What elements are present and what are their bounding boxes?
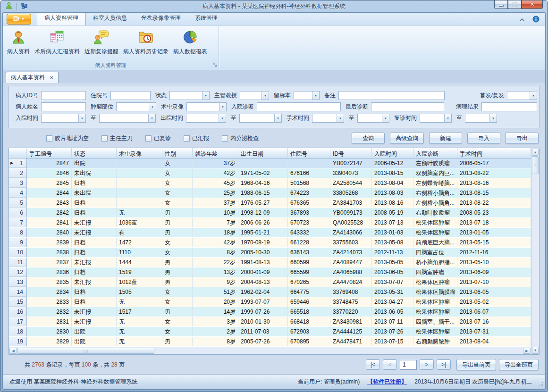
filter-input-备注[interactable] <box>338 91 445 100</box>
filter-input-病人姓名[interactable] <box>41 102 86 111</box>
dropdown-arrow-icon[interactable]: ▼ <box>148 114 155 122</box>
column-header[interactable]: ID号 <box>330 148 372 158</box>
filter-combo-至[interactable]: ▼ <box>465 114 497 123</box>
table-row-18[interactable]: 182830出院无女2岁2011-07-03672903ZA4444125201… <box>9 327 531 337</box>
software-registered-link[interactable]: 【软件已注册】 <box>367 378 407 386</box>
app-icon[interactable] <box>5 2 13 11</box>
close-button[interactable]: ✕ <box>522 0 543 9</box>
history-record-button[interactable]: 病人资料历史记录 <box>121 28 171 57</box>
table-row-9[interactable]: 92839归档1472女42岁1970-08-19661228337556032… <box>9 238 531 248</box>
table-row-1[interactable]: ▶12847出院女37岁YB00721472006-05-12左额叶胶质瘤200… <box>9 158 531 168</box>
table-row-14[interactable]: 142834归档1505女51岁1962-02-0466477533769408… <box>9 287 531 297</box>
dropdown-arrow-icon[interactable]: ▼ <box>219 103 226 111</box>
horizontal-scrollbar[interactable]: ◀ |||| ▶ <box>9 347 531 354</box>
export-button[interactable]: 导出 <box>506 133 539 144</box>
filter-checkbox-2[interactable]: 主任主刀 <box>101 134 133 142</box>
next-page-button[interactable]: > <box>420 359 434 370</box>
filter-checkbox-3[interactable]: 已复诊 <box>145 134 171 142</box>
column-header[interactable] <box>9 148 27 158</box>
table-row-10[interactable]: 102838归档1110女8岁2005-10-30636143ZA4214073… <box>9 248 531 258</box>
filter-checkbox-1[interactable]: 胶片地址为空 <box>46 134 89 142</box>
horizontal-scroll-thumb[interactable]: |||| <box>17 348 154 354</box>
column-header[interactable]: 出生日期 <box>238 148 288 158</box>
dropdown-arrow-icon[interactable]: ▼ <box>489 114 497 122</box>
dropdown-arrow-icon[interactable]: ▼ <box>78 114 85 122</box>
filter-combo-复诊时间[interactable]: ▼ <box>420 114 452 123</box>
tab-system-management[interactable]: 系统管理 <box>188 12 225 25</box>
column-header[interactable]: 入院时间 <box>372 148 413 158</box>
tab-disc-tape-management[interactable]: 光盘录像带管理 <box>134 12 188 25</box>
filter-combo-至[interactable]: ▼ <box>99 114 156 123</box>
table-row-12[interactable]: 122836归档1519男13岁2000-01-09665599ZA406598… <box>9 267 531 277</box>
prev-page-button[interactable]: < <box>383 359 397 370</box>
vertical-scroll-thumb[interactable]: ≡ <box>532 156 539 174</box>
filter-combo-主管教授[interactable]: ▼ <box>240 91 269 100</box>
column-header[interactable]: 手工编号 <box>27 148 72 158</box>
tab-patient-management[interactable]: 病人资料管理 <box>37 12 86 25</box>
dropdown-arrow-icon[interactable]: ▼ <box>219 114 226 122</box>
table-row-8[interactable]: 82840未汇报有男18岁1995-01-21643332ZA414306620… <box>9 228 531 238</box>
post-op-report-button[interactable]: 术后病人汇报资料 <box>32 28 82 57</box>
export-all-pages-button[interactable]: 导出全部页 <box>499 359 539 370</box>
collapse-ribbon-chevron-icon[interactable] <box>519 17 525 23</box>
table-row-15[interactable]: 152833归档无女20岁1993-07-0765944633748475201… <box>9 297 531 307</box>
export-current-page-button[interactable]: 导出当前页 <box>456 359 496 370</box>
tab-patient-basic-info[interactable]: 病人基本资料 ✕ <box>6 72 59 83</box>
dropdown-arrow-icon[interactable]: ▼ <box>337 114 344 122</box>
filter-combo-手术时间[interactable]: ▼ <box>312 114 344 123</box>
import-button[interactable]: 导入 <box>467 133 500 144</box>
filter-combo-首发/复发[interactable]: ▼ <box>507 91 537 100</box>
layout-grid-icon[interactable] <box>21 2 28 11</box>
resize-grip-icon[interactable] <box>539 381 544 388</box>
column-header[interactable]: 性别 <box>162 148 193 158</box>
filter-input-病理结果[interactable] <box>481 102 537 111</box>
filter-input-入院诊断[interactable] <box>257 102 341 111</box>
scroll-left-icon[interactable]: ◀ <box>9 348 17 354</box>
column-header[interactable]: 住院号 <box>288 148 330 158</box>
dropdown-arrow-icon[interactable]: ▼ <box>312 92 319 100</box>
info-icon[interactable] <box>532 16 540 24</box>
minimize-button[interactable] <box>494 0 508 9</box>
filter-checkbox-5[interactable]: 内分泌检查 <box>222 134 259 142</box>
scroll-up-icon[interactable]: ▲ <box>532 149 539 156</box>
scroll-down-icon[interactable]: ▼ <box>532 347 539 354</box>
vertical-scroll-track[interactable] <box>531 174 539 346</box>
table-row-2[interactable]: 22846未出院女42岁1971-05-02676166339040732013… <box>9 168 531 178</box>
patient-info-button[interactable]: 病人资料 <box>5 28 32 57</box>
table-row-19[interactable]: 192829出院无男8岁2005-07-26670895ZA4478471201… <box>9 337 531 347</box>
table-row-13[interactable]: 132835未汇报1012蓝男9岁2004-08-13670265ZA44708… <box>9 277 531 287</box>
last-page-button[interactable]: >| <box>437 359 451 370</box>
table-row-4[interactable]: 42844未出院女25岁1988-06-15674223338052682013… <box>9 188 531 198</box>
table-row-3[interactable]: 32845归档女45岁1968-04-16501568ZA25805442013… <box>9 178 531 188</box>
dropdown-arrow-icon[interactable]: ▼ <box>530 92 537 100</box>
tab-close-icon[interactable]: ✕ <box>50 75 53 80</box>
vertical-scrollbar[interactable]: ▲ ≡ ▼ <box>531 148 539 354</box>
column-header[interactable]: 术中录像 <box>117 148 162 158</box>
filter-combo-出院时间[interactable]: ▼ <box>186 114 226 123</box>
data-report-button[interactable]: 病人数据报表 <box>171 28 210 57</box>
dropdown-arrow-icon[interactable]: ▼ <box>202 92 209 100</box>
advanced-query-button[interactable]: 高级查询 <box>390 133 424 144</box>
filter-input-病人ID号[interactable] <box>41 91 86 100</box>
filter-combo-至[interactable]: ▼ <box>239 114 282 123</box>
column-header[interactable]: 入院诊断 <box>413 148 457 158</box>
application-menu-button[interactable]: ▼ <box>7 14 31 25</box>
column-header[interactable]: 就诊年龄 <box>193 148 238 158</box>
query-button[interactable]: 查询 <box>352 133 385 144</box>
revisit-reminder-button[interactable]: 近期复诊提醒 <box>82 28 121 57</box>
table-row-5[interactable]: 52843归档女37岁1976-05-27676365ZA38417032013… <box>9 198 531 208</box>
table-row-7[interactable]: 72841未汇报1036蓝男7岁2006-06-26670723QA002552… <box>9 218 531 228</box>
filter-input-最后诊断[interactable] <box>371 102 444 111</box>
page-number-input[interactable] <box>400 360 417 370</box>
maximize-button[interactable] <box>508 0 522 9</box>
filter-combo-至[interactable]: ▼ <box>357 114 389 123</box>
tab-department-staff[interactable]: 科室人员信息 <box>86 12 134 25</box>
column-header[interactable]: 手术时间 <box>457 148 531 158</box>
table-row-11[interactable]: 112837未汇报1444男22岁1991-08-13660599ZA40894… <box>9 258 531 267</box>
horizontal-scroll-track[interactable] <box>154 347 523 354</box>
dialog-launcher-icon[interactable] <box>213 62 217 68</box>
table-row-6[interactable]: 62842归档无男10岁1998-12-09367893YB0099173200… <box>9 208 531 218</box>
first-page-button[interactable]: |< <box>366 359 380 370</box>
dropdown-arrow-icon[interactable]: ▼ <box>274 114 281 122</box>
table-row-17[interactable]: 172831未汇报无女3岁2010-01-30668418ZA343098120… <box>9 317 531 327</box>
